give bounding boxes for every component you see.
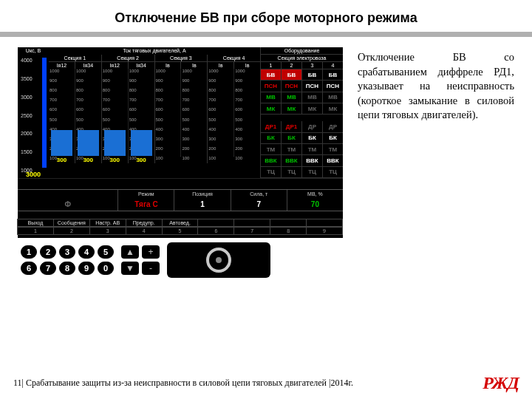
key-0[interactable]: 0 <box>98 262 114 275</box>
equip-head: 2 <box>282 62 302 69</box>
section-head: Iв <box>234 62 260 69</box>
menu-num: 7 <box>233 227 270 235</box>
hmi-panel: Uкс, В 4000350030002500200015001000 3000… <box>18 47 343 282</box>
section-head: Iя34 <box>75 62 101 69</box>
status-value: 7 <box>231 198 287 211</box>
equip-cell: ТЦ <box>302 167 323 178</box>
equip-cell: ТМ <box>282 144 302 155</box>
status-value: 70 <box>287 198 343 211</box>
current-bar <box>78 130 99 156</box>
menu-label[interactable]: Автовед. <box>162 219 199 227</box>
current-bar <box>131 130 152 156</box>
footer-text: 11| Срабатывание защиты из-за неисправно… <box>13 378 353 389</box>
section: Секция 2Iя12Iя34100090080070060050040030… <box>101 55 154 163</box>
equip-cell: МВ <box>282 92 302 103</box>
equip-cell: ТМ <box>323 144 343 155</box>
equip-cell: ВВК <box>323 155 343 166</box>
equip-head: 4 <box>323 62 343 69</box>
key-5[interactable]: 5 <box>98 245 114 259</box>
equip-cell: БВ <box>323 69 343 81</box>
key-6[interactable]: 6 <box>21 262 37 275</box>
equip-head: 3 <box>302 62 323 69</box>
equip-cell: ВВК <box>261 155 282 166</box>
voltage-tick: 2500 <box>21 113 33 118</box>
menu-label[interactable] <box>306 219 343 227</box>
menu-label[interactable]: Выход <box>17 219 54 227</box>
equip-cell: ВВК <box>282 155 302 166</box>
menu-num: 4 <box>126 227 163 235</box>
description-text: Отключение БВ со срабатыванием диффреле … <box>358 47 514 123</box>
equip-cell: ДР1 <box>282 121 302 132</box>
voltage-gauge-title: Uкс, В <box>18 47 49 53</box>
section-head: Iя12 <box>49 62 75 69</box>
menu-label[interactable] <box>270 219 307 227</box>
section-title: Секция 3 <box>155 55 208 62</box>
equip-cell: БК <box>261 133 282 144</box>
voltage-tick: 3000 <box>21 95 33 100</box>
equipment-grid: Оборудование Секция электровоза 1234 БВБ… <box>260 47 343 178</box>
menu-label[interactable] <box>233 219 270 227</box>
voltage-tick: 2000 <box>21 131 33 136</box>
equip-cell: ДР1 <box>261 121 282 132</box>
menu-num: 3 <box>89 227 126 235</box>
section-head: Iв <box>208 62 234 69</box>
status-value: Тяга С <box>118 198 174 211</box>
equip-cell: ТЦ <box>323 167 343 178</box>
menu-num: 6 <box>197 227 234 235</box>
equip-cell: МК <box>302 103 323 115</box>
menu-label[interactable]: Настр. АВ <box>89 219 126 227</box>
voltage-tick: 3500 <box>21 76 33 81</box>
joystick-area <box>167 242 270 278</box>
equipment-subtitle: Секция электровоза <box>261 55 343 62</box>
equip-cell: БВ <box>282 69 302 81</box>
current-bar <box>51 130 72 156</box>
up-key[interactable]: ▲ <box>121 245 139 259</box>
section: Секция 3IвIв1000900800700600500400300200… <box>154 55 208 163</box>
equip-cell: ПСН <box>261 81 282 92</box>
status-header: Режим <box>118 190 174 198</box>
menu-num: 9 <box>306 227 343 235</box>
key-8[interactable]: 8 <box>59 262 75 275</box>
equip-cell: БВ <box>261 69 282 81</box>
plus-key[interactable]: + <box>142 245 160 259</box>
equip-cell: ПСН <box>302 81 323 92</box>
section-head: Iя12 <box>102 62 129 69</box>
section-title: Секция 4 <box>208 55 260 62</box>
current-section: Ток тяговых двигателей, А Секция 1Iя12Iя… <box>49 47 260 178</box>
menu-label[interactable]: Сообщения <box>53 219 90 227</box>
joystick-icon[interactable] <box>206 248 231 273</box>
key-3[interactable]: 3 <box>59 245 75 259</box>
menu-label[interactable]: Предупр. <box>126 219 163 227</box>
equip-cell: ТЦ <box>282 167 302 178</box>
equip-cell: ТЦ <box>261 167 282 178</box>
down-key[interactable]: ▼ <box>121 262 139 275</box>
menu-num: 8 <box>270 227 307 235</box>
key-7[interactable]: 7 <box>40 262 56 275</box>
equip-cell: БК <box>302 133 323 144</box>
key-2[interactable]: 2 <box>40 245 56 259</box>
section-title: Секция 1 <box>49 55 101 62</box>
section: Секция 4IвIв1000900800700600500400300200… <box>207 55 260 163</box>
status-header: МВ, % <box>287 190 343 198</box>
equip-cell: МК <box>261 103 282 115</box>
equip-cell: МВ <box>323 92 343 103</box>
equip-cell: МК <box>323 103 343 115</box>
key-4[interactable]: 4 <box>78 245 95 259</box>
status-table: РежимПозицияСила, тМВ, % ФТяга С1770 <box>18 189 343 211</box>
section: Секция 1Iя12Iя34100090080070060050040030… <box>49 55 101 163</box>
section-title: Секция 2 <box>102 55 154 62</box>
equip-cell: МВ <box>261 92 282 103</box>
section-head: Iв <box>181 62 207 69</box>
equipment-title: Оборудование <box>261 47 343 55</box>
key-1[interactable]: 1 <box>21 245 37 259</box>
voltage-value: 3000 <box>18 171 49 178</box>
status-value: Ф <box>18 198 118 211</box>
status-header: Сила, т <box>231 190 287 198</box>
arrow-keys: ▲ + ▼ - <box>121 245 160 275</box>
equip-cell: ДР <box>302 121 323 132</box>
minus-key[interactable]: - <box>142 262 160 275</box>
key-9[interactable]: 9 <box>78 262 95 275</box>
equip-cell: ВВК <box>302 155 323 166</box>
menu-label[interactable] <box>197 219 234 227</box>
current-bar <box>104 130 126 156</box>
